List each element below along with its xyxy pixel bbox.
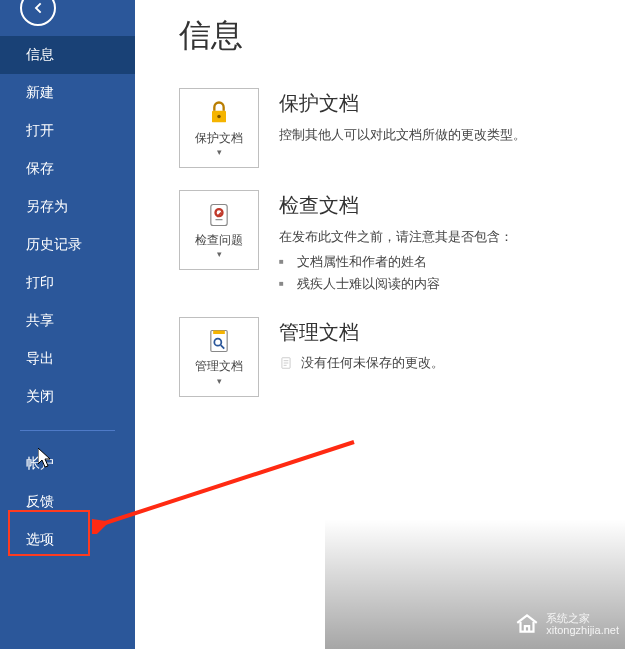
sidebar-item-label: 历史记录: [26, 236, 82, 252]
sidebar-item-info[interactable]: 信息: [0, 36, 135, 74]
sidebar-item-label: 保存: [26, 160, 54, 176]
sidebar-item-label: 共享: [26, 312, 54, 328]
protect-section-title: 保护文档: [279, 90, 625, 117]
sidebar-item-close[interactable]: 关闭: [0, 378, 135, 416]
sidebar-item-label: 反馈: [26, 493, 54, 509]
protect-tile-label: 保护文档: [195, 131, 243, 145]
sidebar-item-label: 信息: [26, 46, 54, 62]
sidebar-item-label: 另存为: [26, 198, 68, 214]
document-search-icon: [205, 327, 233, 355]
inspect-section-desc: 在发布此文件之前，请注意其是否包含：: [279, 227, 625, 247]
sidebar-separator: [20, 430, 115, 431]
manage-section-title: 管理文档: [279, 319, 625, 346]
sidebar-item-history[interactable]: 历史记录: [0, 226, 135, 264]
inspect-tile-label: 检查问题: [195, 233, 243, 247]
dropdown-icon: ▾: [217, 147, 222, 157]
back-button[interactable]: [20, 0, 56, 26]
manage-tile-label: 管理文档: [195, 359, 243, 373]
sidebar-item-save[interactable]: 保存: [0, 150, 135, 188]
sidebar-item-label: 导出: [26, 350, 54, 366]
lock-icon: [205, 99, 233, 127]
sidebar-item-options[interactable]: 选项: [0, 521, 135, 559]
sidebar-item-label: 帐户: [26, 455, 54, 471]
sidebar-item-share[interactable]: 共享: [0, 302, 135, 340]
sidebar-item-feedback[interactable]: 反馈: [0, 483, 135, 521]
manage-document-tile[interactable]: 管理文档 ▾: [179, 317, 259, 397]
inspect-document-tile[interactable]: 检查问题 ▾: [179, 190, 259, 270]
inspect-section-title: 检查文档: [279, 192, 625, 219]
back-arrow-icon: [30, 0, 46, 16]
list-item: 文档属性和作者的姓名: [279, 251, 625, 273]
dropdown-icon: ▾: [217, 249, 222, 259]
document-icon: [279, 356, 293, 370]
protect-document-tile[interactable]: 保护文档 ▾: [179, 88, 259, 168]
sidebar-item-print[interactable]: 打印: [0, 264, 135, 302]
page-title: 信息: [179, 14, 625, 58]
protect-section-desc: 控制其他人可以对此文档所做的更改类型。: [279, 125, 625, 145]
sidebar-item-label: 打印: [26, 274, 54, 290]
sidebar-item-label: 关闭: [26, 388, 54, 404]
sidebar-item-label: 新建: [26, 84, 54, 100]
sidebar-item-label: 选项: [26, 531, 54, 547]
manage-section-line: 没有任何未保存的更改。: [301, 354, 444, 372]
list-item: 残疾人士难以阅读的内容: [279, 273, 625, 295]
inspect-icon: [205, 201, 233, 229]
sidebar-item-account[interactable]: 帐户: [0, 445, 135, 483]
sidebar-item-new[interactable]: 新建: [0, 74, 135, 112]
sidebar-item-saveas[interactable]: 另存为: [0, 188, 135, 226]
sidebar-item-open[interactable]: 打开: [0, 112, 135, 150]
svg-rect-5: [213, 331, 225, 335]
sidebar-item-export[interactable]: 导出: [0, 340, 135, 378]
dropdown-icon: ▾: [217, 376, 222, 386]
svg-point-1: [217, 115, 221, 119]
sidebar-item-label: 打开: [26, 122, 54, 138]
